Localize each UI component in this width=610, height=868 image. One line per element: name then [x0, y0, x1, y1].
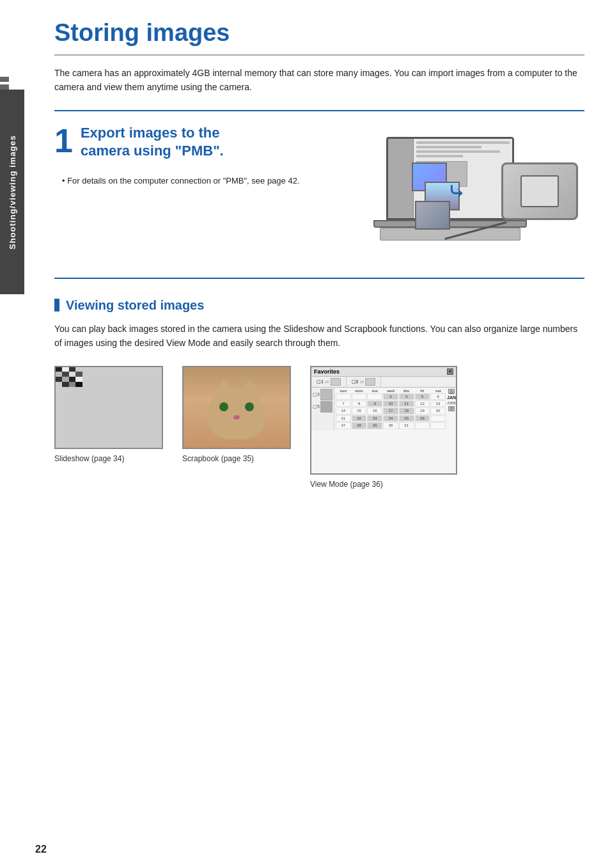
section-number: 1	[54, 124, 73, 157]
vm-calendar-grid: 3 4 5 6 7 8 9 10 11 12	[336, 393, 446, 429]
vm-tab-2[interactable]: ▢2 15	[347, 377, 382, 387]
cat-nose	[233, 415, 240, 420]
vm-close-button[interactable]: ×	[447, 368, 453, 375]
page-number: 22	[35, 844, 47, 855]
vm-nav-buttons: △ JAN 2008 ▽	[447, 388, 456, 430]
vm-main: ▢3 ▢5 sun mon	[311, 388, 456, 430]
section-1-illustration: ⤷	[316, 124, 584, 265]
vm-calendar-header: sun mon tue wed thu fri sat	[336, 389, 446, 393]
vm-left-panel: ▢3 ▢5	[311, 388, 334, 430]
section-1: 1 Export images to the camera using "PMB…	[54, 110, 584, 279]
viewmode-item: Favorites × ▢1 20 ▢2 15	[310, 366, 457, 489]
cat-ear-left	[214, 379, 232, 392]
section-2-title: Viewing stored images	[54, 298, 584, 313]
page-title: Storing images	[54, 19, 584, 56]
camera-screen	[520, 175, 559, 207]
sidebar-text: Shooting/viewing images	[8, 134, 17, 249]
laptop-keyboard	[380, 228, 520, 241]
slideshow-caption: Slideshow (page 34)	[54, 454, 124, 463]
camera-device	[501, 162, 578, 220]
vm-month: JAN	[447, 395, 456, 400]
section-1-content: 1 Export images to the camera using "PMB…	[54, 124, 303, 187]
vm-nav-down[interactable]: ▽	[448, 406, 455, 411]
scrapbook-caption: Scrapbook (page 35)	[182, 454, 254, 463]
section-1-title: Export images to the camera using "PMB".	[81, 124, 224, 161]
vm-titlebar: Favorites ×	[311, 367, 456, 377]
section-2: Viewing stored images You can play back …	[54, 298, 584, 489]
section-2-text: You can play back images stored in the c…	[54, 322, 584, 351]
vm-tab-icon-2	[365, 378, 375, 386]
vm-calendar: sun mon tue wed thu fri sat	[334, 388, 447, 430]
cat-eye-left	[219, 402, 228, 411]
viewmode-image: Favorites × ▢1 20 ▢2 15	[310, 366, 457, 475]
cat-eye-right	[245, 402, 254, 411]
intro-text: The camera has an approximately 4GB inte…	[54, 66, 584, 95]
scrapbook-image	[182, 366, 291, 449]
vm-tabs: ▢1 20 ▢2 15	[311, 377, 456, 388]
photo-thumb-3	[415, 201, 450, 230]
viewmode-caption: View Mode (page 36)	[310, 480, 383, 489]
image-trio: Slideshow (page 34) Scrapbook (page 35)	[54, 366, 584, 489]
vm-year: 2008	[447, 401, 455, 405]
section-1-bullet: • For details on the computer connection…	[62, 175, 303, 187]
vm-tab-1[interactable]: ▢1 20	[311, 377, 347, 387]
vm-row-5: ▢5	[313, 401, 332, 413]
vm-row-3: ▢3	[313, 389, 332, 400]
slideshow-image	[54, 366, 163, 449]
scrapbook-item: Scrapbook (page 35)	[182, 366, 291, 463]
sidebar-label: Shooting/viewing images	[0, 90, 24, 294]
vm-nav-up[interactable]: △	[448, 389, 455, 394]
transfer-arrow: ⤷	[447, 178, 466, 205]
slideshow-item: Slideshow (page 34)	[54, 366, 163, 463]
laptop-sidebar	[388, 139, 414, 218]
vm-tab-icon-1	[331, 378, 341, 386]
cat-illustration	[208, 388, 265, 439]
cat-ear-right	[241, 379, 259, 392]
